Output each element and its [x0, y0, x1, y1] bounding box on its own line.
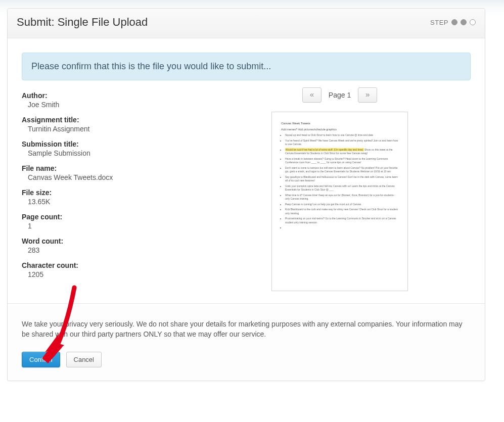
privacy-text: We take your privacy very seriously. We …	[22, 319, 471, 340]
doc-line: Have a break in between classes? Going t…	[285, 157, 398, 165]
pager-next-button[interactable]: »	[358, 87, 377, 103]
doc-line: Kick Blackboard to the curb and make way…	[285, 208, 398, 215]
meta-value: Joe Smith	[22, 101, 189, 109]
footer: We take your privacy very seriously. We …	[8, 303, 485, 381]
meta-character-count: Character count: 1205	[22, 261, 189, 278]
meta-label: File size:	[22, 189, 189, 197]
meta-value: 13.65K	[22, 198, 189, 206]
pager-label: Page 1	[329, 91, 351, 99]
panel-header: Submit: Single File Upload STEP	[8, 9, 485, 38]
meta-file-name: File name: Canvas Week Tweets.docx	[22, 164, 189, 181]
preview-column: « Page 1 » Canvas Week Tweets Add memes?…	[209, 89, 471, 291]
doc-line: Don't want to come to campus but still w…	[285, 166, 398, 174]
meta-label: Page count:	[22, 213, 189, 221]
meta-label: File name:	[22, 164, 189, 172]
doc-line: Say goodbye to Blackboard and helloooooo…	[285, 175, 398, 183]
confirm-alert: Please confirm that this is the file you…	[22, 53, 471, 80]
button-row: Confirm Cancel	[22, 352, 471, 367]
meta-page-count: Page count: 1	[22, 213, 189, 230]
meta-value: 1205	[22, 270, 189, 278]
meta-value: 283	[22, 246, 189, 254]
meta-label: Word count:	[22, 237, 189, 245]
metadata-column: Author: Joe Smith Assignment title: Turn…	[22, 89, 189, 291]
content-area: Author: Joe Smith Assignment title: Turn…	[8, 89, 485, 303]
doc-subtitle: Add memes? Add pictures/schedule graphic…	[281, 127, 398, 131]
panel-title: Submit: Single File Upload	[17, 16, 148, 29]
meta-value: 1	[22, 222, 189, 230]
doc-line: Would be cool if we had a lot of extra s…	[285, 148, 398, 156]
meta-word-count: Word count: 283	[22, 237, 189, 254]
doc-line: Grab your pumpkin spice latte and fall i…	[285, 184, 398, 192]
doc-line: You've heard of Spirit Week? We have Can…	[285, 139, 398, 147]
step-label: STEP	[430, 19, 448, 26]
cancel-button[interactable]: Cancel	[66, 352, 102, 367]
doc-line: Procrastinating on your mid-terms? Go to…	[285, 217, 398, 224]
step-indicator: STEP	[430, 19, 476, 26]
pager-prev-button[interactable]: «	[302, 87, 322, 103]
meta-label: Author:	[22, 91, 189, 100]
pager: « Page 1 »	[302, 87, 377, 103]
document-preview: Canvas Week Tweets Add memes? Add pictur…	[271, 112, 408, 291]
submit-panel: Submit: Single File Upload STEP Please c…	[7, 8, 485, 381]
meta-file-size: File size: 13.65K	[22, 189, 189, 206]
doc-highlight: Would be cool if we had a lot of extra s…	[285, 148, 364, 151]
step-dot-2-icon	[461, 19, 467, 25]
meta-assignment-title: Assignment title: Turnitin Assignment	[22, 116, 189, 133]
meta-label: Character count:	[22, 261, 189, 269]
doc-title: Canvas Week Tweets	[281, 121, 398, 126]
step-dot-1-icon	[451, 19, 457, 25]
doc-line: What time is it? Canvas time! Keep an ey…	[285, 194, 398, 201]
meta-value: Turnitin Assignment	[22, 125, 189, 133]
meta-value: Sample Submission	[22, 149, 189, 157]
doc-line	[285, 226, 398, 230]
confirm-button[interactable]: Confirm	[22, 352, 60, 367]
doc-line: Peep Canvas is coming! Let us help you g…	[285, 203, 398, 207]
meta-value: Canvas Week Tweets.docx	[22, 173, 189, 181]
meta-author: Author: Joe Smith	[22, 91, 189, 109]
step-dot-3-icon	[470, 19, 476, 25]
meta-label: Submission title:	[22, 140, 189, 148]
doc-line: Squad up and head to Club Stroz to learn…	[285, 133, 398, 137]
meta-label: Assignment title:	[22, 116, 189, 124]
meta-submission-title: Submission title: Sample Submission	[22, 140, 189, 157]
